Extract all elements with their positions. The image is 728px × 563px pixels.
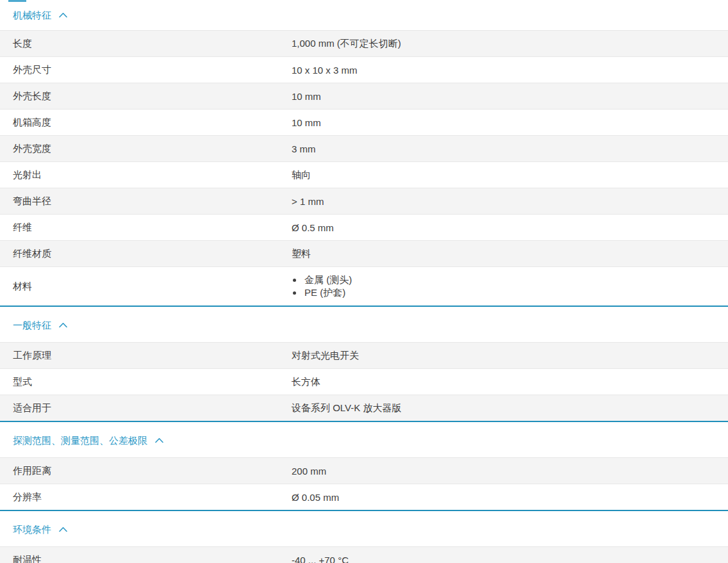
spec-label: 弯曲半径 (0, 195, 292, 208)
spec-value: 塑料 (292, 248, 728, 260)
spec-row: 机箱高度 10 mm (0, 109, 728, 135)
section-header[interactable]: 环境条件 (0, 523, 728, 536)
spec-value: 10 mm (292, 117, 728, 128)
spec-section: 机械特征 长度 1,000 mm (不可定长切断) 外壳尺寸 10 x 10 x… (0, 8, 728, 307)
spec-label: 作用距离 (0, 465, 292, 477)
spec-table: 长度 1,000 mm (不可定长切断) 外壳尺寸 10 x 10 x 3 mm… (0, 30, 728, 307)
spec-value-list-item: 金属 (测头) (303, 273, 715, 286)
spec-row: 长度 1,000 mm (不可定长切断) (0, 30, 728, 56)
clipped-blue-text-fragment (8, 0, 26, 2)
spec-row: 外壳长度 10 mm (0, 83, 728, 109)
spec-value-list-item: PE (护套) (303, 286, 715, 299)
chevron-up-icon[interactable] (59, 12, 67, 18)
spec-row: 外壳宽度 3 mm (0, 135, 728, 161)
spec-section: 一般特征 工作原理 对射式光电开关 型式 长方体 适合用于 设备系列 OLV-K… (0, 318, 728, 422)
spec-section: 探测范围、测量范围、公差极限 作用距离 200 mm 分辨率 Ø 0.05 mm (0, 434, 728, 511)
spec-label: 型式 (0, 376, 292, 388)
spec-value: 金属 (测头)PE (护套) (292, 267, 728, 306)
spec-value: > 1 mm (292, 196, 728, 207)
spec-table: 工作原理 对射式光电开关 型式 长方体 适合用于 设备系列 OLV-K 放大器版 (0, 342, 728, 422)
spec-row: 分辨率 Ø 0.05 mm (0, 484, 728, 510)
spec-row: 外壳尺寸 10 x 10 x 3 mm (0, 56, 728, 83)
spec-label: 纤维 (0, 222, 292, 234)
spec-row: 工作原理 对射式光电开关 (0, 342, 728, 368)
spec-value: 200 mm (292, 466, 728, 477)
spec-value: 10 x 10 x 3 mm (292, 65, 728, 76)
spec-value: 设备系列 OLV-K 放大器版 (292, 402, 728, 414)
section-title: 一般特征 (13, 318, 51, 332)
spec-row: 型式 长方体 (0, 368, 728, 395)
spec-row: 作用距离 200 mm (0, 457, 728, 484)
spec-row: 材料 金属 (测头)PE (护套) (0, 266, 728, 306)
spec-value: 10 mm (292, 91, 728, 102)
spec-row: 耐温性 -40 ... +70 °C (0, 546, 728, 563)
spec-label: 光射出 (0, 169, 292, 181)
spec-value-list: 金属 (测头)PE (护套) (292, 273, 715, 299)
spec-row: 光射出 轴向 (0, 161, 728, 188)
section-header[interactable]: 机械特征 (0, 8, 728, 22)
spec-value: -40 ... +70 °C (292, 555, 728, 563)
spec-table: 耐温性 -40 ... +70 °C (0, 546, 728, 563)
chevron-up-icon[interactable] (59, 526, 67, 532)
spec-value: 1,000 mm (不可定长切断) (292, 38, 728, 50)
spec-row: 弯曲半径 > 1 mm (0, 188, 728, 214)
spec-section: 环境条件 耐温性 -40 ... +70 °C (0, 523, 728, 563)
spec-label: 适合用于 (0, 402, 292, 414)
section-title: 机械特征 (13, 8, 51, 22)
spec-row: 纤维材质 塑料 (0, 240, 728, 266)
spec-value: 长方体 (292, 376, 728, 388)
spec-value: 对射式光电开关 (292, 350, 728, 362)
spec-row: 纤维 Ø 0.5 mm (0, 214, 728, 240)
spec-label: 机箱高度 (0, 117, 292, 129)
spec-label: 长度 (0, 38, 292, 50)
spec-table: 作用距离 200 mm 分辨率 Ø 0.05 mm (0, 457, 728, 511)
chevron-up-icon[interactable] (155, 437, 163, 443)
spec-label: 工作原理 (0, 350, 292, 362)
spec-value: 轴向 (292, 169, 728, 181)
spec-label: 外壳宽度 (0, 143, 292, 155)
spec-label: 纤维材质 (0, 248, 292, 260)
spec-row: 适合用于 设备系列 OLV-K 放大器版 (0, 395, 728, 421)
spec-label: 外壳长度 (0, 90, 292, 102)
spec-value: Ø 0.5 mm (292, 222, 728, 233)
section-header[interactable]: 一般特征 (0, 318, 728, 332)
section-title: 探测范围、测量范围、公差极限 (13, 434, 147, 447)
spec-value: 3 mm (292, 143, 728, 154)
spec-page: 机械特征 长度 1,000 mm (不可定长切断) 外壳尺寸 10 x 10 x… (0, 8, 728, 563)
spec-value: Ø 0.05 mm (292, 492, 728, 503)
chevron-up-icon[interactable] (59, 322, 67, 328)
section-title: 环境条件 (13, 523, 51, 536)
spec-label: 耐温性 (0, 554, 292, 563)
spec-label: 分辨率 (0, 491, 292, 503)
spec-label: 材料 (0, 281, 292, 293)
section-header[interactable]: 探测范围、测量范围、公差极限 (0, 434, 728, 447)
spec-label: 外壳尺寸 (0, 64, 292, 76)
